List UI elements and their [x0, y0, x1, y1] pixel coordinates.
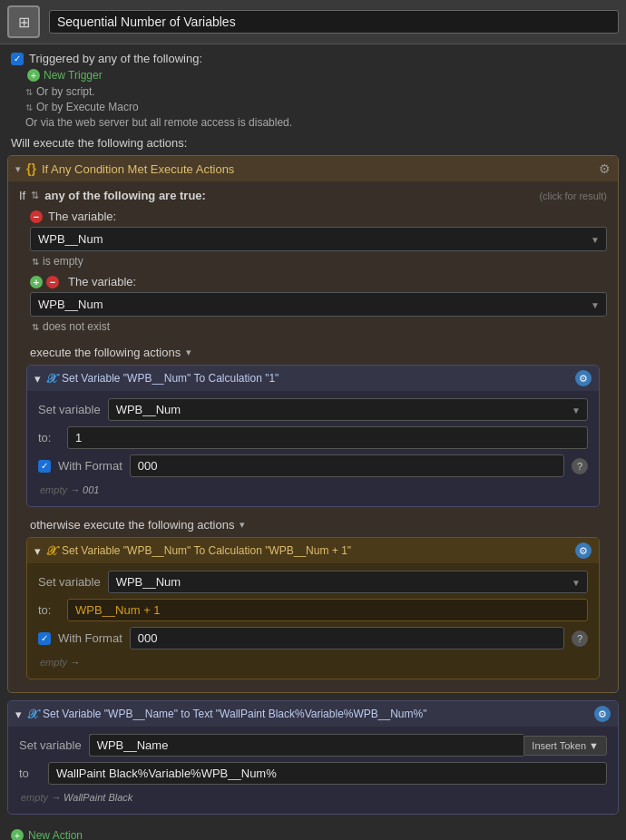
set-variable-1-select[interactable]: WPB__Num	[108, 398, 588, 421]
app-icon-char: ⊞	[18, 14, 30, 31]
with-format-checkbox-2[interactable]: ✓	[38, 632, 51, 645]
new-action-label: New Action	[28, 829, 83, 840]
set-variable-2-label: Set variable	[38, 575, 101, 589]
set-name-caret-icon[interactable]: ▾	[15, 708, 22, 721]
to-row-1: to:	[38, 426, 588, 449]
if-label: If	[19, 189, 25, 202]
empty-label-2: empty	[40, 657, 67, 668]
new-trigger-button[interactable]: + New Trigger	[27, 69, 615, 82]
set-var-name-label: Set variable	[19, 738, 82, 752]
web-server-text: Or via the web server but all remote acc…	[25, 116, 615, 129]
click-result-text[interactable]: (click for result)	[539, 190, 607, 201]
set-var-name-select[interactable]: WPB__Name	[89, 734, 524, 757]
macro-title[interactable]: Sequential Number of Variables	[49, 10, 619, 34]
execute-dropdown-icon[interactable]: ▾	[186, 347, 191, 358]
is-empty-condition: ⇅ is empty	[32, 255, 607, 268]
new-action-button[interactable]: + New Action	[11, 829, 83, 840]
any-cycle-icon[interactable]: ⇅	[31, 190, 39, 201]
set-variable-name-header: ▾ 𝒳 Set Variable "WPB__Name" to Text "Wa…	[8, 701, 618, 727]
variable-row-1: − The variable: WPB__Num ⇅ is empty	[30, 210, 607, 268]
does-not-exist-cycle-icon[interactable]: ⇅	[32, 322, 39, 332]
variable-select-2[interactable]: WPB__Num	[30, 292, 607, 317]
to-text-row: to	[19, 762, 607, 785]
to-label-1: to:	[38, 431, 60, 444]
set-variable-1-card: ▾ 𝒳 Set Variable "WPB__Num" To Calculati…	[26, 365, 600, 507]
set-variable-1-select-wrap: WPB__Num	[108, 398, 588, 421]
is-empty-label: is empty	[43, 255, 83, 268]
execute-actions-row: execute the following actions ▾	[19, 340, 607, 365]
format-help-icon-1[interactable]: ?	[572, 458, 588, 474]
with-format-checkbox-1[interactable]: ✓	[38, 460, 51, 473]
variable-row-1-header: − The variable:	[30, 210, 607, 223]
empty-result-name: empty → WallPaint Black	[19, 790, 607, 806]
by-script-label: Or by script.	[36, 85, 95, 98]
execute-macro-arrow-icon: ⇅	[25, 103, 33, 112]
remove-condition-1-icon[interactable]: −	[30, 210, 43, 223]
result-value-1: 001	[83, 484, 99, 495]
format-help-icon-2[interactable]: ?	[572, 630, 588, 647]
set-variable-1-body: Set variable WPB__Num to: ✓ With Format …	[27, 391, 599, 506]
set-var-2-caret-icon[interactable]: ▾	[34, 544, 41, 558]
condition-card-title: If Any Condition Met Execute Actions	[42, 162, 593, 176]
does-not-exist-condition: ⇅ does not exist	[32, 320, 607, 333]
condition-caret-icon[interactable]: ▾	[15, 163, 21, 175]
condition-card-header: ▾ {} If Any Condition Met Execute Action…	[8, 156, 618, 181]
remove-condition-2-icon[interactable]: −	[46, 276, 59, 288]
to-input-2[interactable]	[67, 599, 588, 621]
new-trigger-plus-icon: +	[27, 69, 40, 82]
new-action-plus-icon: +	[11, 829, 24, 840]
app-header: ⊞ Sequential Number of Variables	[0, 0, 626, 44]
set-name-gear-icon[interactable]: ⚙	[594, 706, 611, 722]
set-var-2-gear-icon[interactable]: ⚙	[575, 542, 592, 559]
trigger-section: ✓ Triggered by any of the following: + N…	[0, 44, 626, 136]
set-var-1-gear-icon[interactable]: ⚙	[575, 370, 592, 386]
app-icon: ⊞	[7, 5, 40, 38]
trigger-main-label: Triggered by any of the following:	[29, 52, 202, 65]
variable-row-2: + − The variable: WPB__Num ⇅ does not ex…	[30, 275, 607, 333]
condition-curly-icon: {}	[26, 161, 36, 176]
set-variable-2-title: Set Variable "WPB__Num" To Calculation "…	[62, 544, 570, 557]
variable-select-1[interactable]: WPB__Num	[30, 227, 607, 251]
otherwise-dropdown-icon[interactable]: ▾	[240, 519, 245, 531]
set-var-2-x-icon: 𝒳	[46, 543, 56, 559]
new-trigger-label: New Trigger	[44, 69, 103, 82]
set-variable-name-card: ▾ 𝒳 Set Variable "WPB__Name" to Text "Wa…	[7, 700, 619, 815]
by-execute-macro-label: Or by Execute Macro	[36, 101, 139, 113]
condition-gear-icon[interactable]: ⚙	[599, 161, 611, 176]
the-variable-label-2: The variable:	[68, 275, 136, 288]
by-script-trigger[interactable]: ⇅ Or by script.	[25, 85, 615, 98]
will-execute-label: Will execute the following actions:	[0, 136, 626, 150]
condition-area: If ⇅ any of the following are true: (cli…	[8, 181, 618, 692]
set-var-1-caret-icon[interactable]: ▾	[34, 372, 41, 386]
by-execute-macro-trigger[interactable]: ⇅ Or by Execute Macro	[25, 101, 615, 113]
result-value-name: WallPaint Black	[64, 792, 132, 803]
to-text-label: to	[19, 767, 41, 780]
condition-header-row: If ⇅ any of the following are true: (cli…	[19, 189, 607, 202]
set-variable-2-header: ▾ 𝒳 Set Variable "WPB__Num" To Calculati…	[27, 538, 599, 563]
is-empty-cycle-icon[interactable]: ⇅	[32, 257, 39, 267]
to-text-input[interactable]	[48, 762, 607, 785]
trigger-checkbox[interactable]: ✓	[11, 53, 24, 65]
insert-token-button[interactable]: Insert Token ▼	[523, 736, 607, 756]
set-variable-2-card: ▾ 𝒳 Set Variable "WPB__Num" To Calculati…	[26, 537, 600, 679]
variable-row-2-header: + − The variable:	[30, 275, 607, 288]
format-row-2: ✓ With Format ?	[38, 627, 588, 650]
to-input-1[interactable]	[67, 426, 588, 449]
result-arrow-2: →	[70, 657, 80, 668]
format-input-2[interactable]	[130, 627, 564, 650]
set-variable-2-select[interactable]: WPB__Num	[108, 571, 588, 593]
format-input-1[interactable]	[130, 454, 564, 477]
to-row-2: to:	[38, 599, 588, 621]
otherwise-label: otherwise execute the following actions	[30, 518, 234, 532]
to-label-2: to:	[38, 603, 60, 617]
set-var-1-field-row: Set variable WPB__Num	[38, 398, 588, 421]
set-variable-name-body: Set variable WPB__Name Insert Token ▼ to…	[8, 727, 618, 814]
main-condition-card: ▾ {} If Any Condition Met Execute Action…	[7, 155, 619, 693]
with-format-label-1: With Format	[58, 459, 122, 473]
set-variable-1-header: ▾ 𝒳 Set Variable "WPB__Num" To Calculati…	[27, 366, 599, 391]
empty-label-1: empty	[40, 484, 67, 495]
add-condition-icon[interactable]: +	[30, 276, 43, 288]
set-name-x-icon: 𝒳	[27, 707, 37, 722]
the-variable-label-1: The variable:	[48, 210, 116, 223]
trigger-main-line: ✓ Triggered by any of the following:	[11, 52, 615, 65]
